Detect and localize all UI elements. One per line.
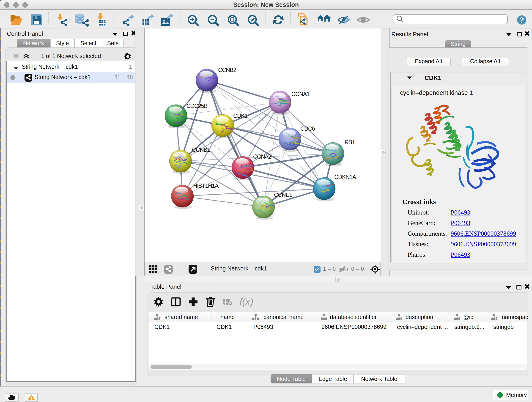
svg-text:CCNB1: CCNB1 (192, 147, 210, 153)
svg-text:CCNE1: CCNE1 (274, 191, 292, 198)
svg-text:CCNA2: CCNA2 (253, 153, 271, 160)
svg-text:CDC6: CDC6 (300, 125, 315, 132)
svg-text:HIST1H1A: HIST1H1A (193, 182, 219, 189)
svg-text:CDC25B: CDC25B (186, 103, 208, 109)
svg-text:f(x): f(x) (239, 296, 253, 307)
svg-text:CDKN1A: CDKN1A (334, 174, 356, 180)
svg-text:CDK1: CDK1 (233, 113, 247, 119)
svg-text:RB1: RB1 (345, 139, 355, 145)
svg-text:CCNB2: CCNB2 (218, 67, 236, 73)
svg-text:?: ? (519, 16, 524, 24)
svg-text:CCNA1: CCNA1 (291, 91, 310, 97)
